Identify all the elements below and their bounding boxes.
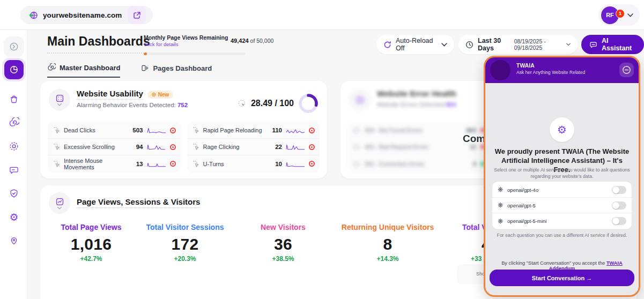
- metric-value: 8: [337, 235, 439, 253]
- row-label: 400 - Bad Request Errors: [365, 144, 465, 150]
- dashboard-tabs: Master Dashboard Pages Dashboard: [47, 63, 212, 78]
- click-cursor-icon: [53, 126, 60, 134]
- section-title: Page Views, Sessions & Visitors: [77, 197, 200, 208]
- error-row: 302 - Connection Errors 0: [348, 155, 490, 172]
- row-label: U-Turns: [203, 161, 272, 167]
- sidebar-item-feedback[interactable]: [4, 160, 24, 180]
- tab-master-dashboard[interactable]: Master Dashboard: [47, 63, 120, 78]
- row-value: 13: [136, 161, 143, 167]
- tab-pages-dashboard[interactable]: Pages Dashboard: [140, 63, 212, 78]
- ai-service-row-gpt-5-mini[interactable]: ❋ openai/gpt-5-mini: [492, 213, 632, 229]
- sparkline: [286, 127, 305, 133]
- usability-row[interactable]: Rage Clicking 22: [187, 139, 320, 155]
- sidebar-item-heatmaps[interactable]: [4, 230, 24, 251]
- metric-label: Total Visitor Sessions: [134, 223, 236, 231]
- click-cursor-icon: [53, 160, 60, 168]
- chevron-down-icon: [57, 207, 62, 210]
- new-badge: ◎New: [147, 91, 173, 99]
- usability-col-left: Dead Clicks 503 Excessive Scrolling 94 I…: [48, 122, 181, 173]
- click-cursor-icon: [192, 126, 199, 134]
- card-title: Website Error Health: [377, 89, 456, 99]
- record-icon[interactable]: [309, 128, 315, 133]
- metric-label: Total Page Views: [40, 223, 142, 231]
- ai-assistant-button[interactable]: AI Assistant: [581, 35, 644, 54]
- sidebar-item-privacy[interactable]: [4, 183, 24, 204]
- refresh-icon: [383, 41, 391, 49]
- usability-row[interactable]: Excessive Scrolling 94: [48, 139, 181, 155]
- user-menu[interactable]: RF 1: [598, 4, 640, 26]
- ai-service-row-gpt-4o[interactable]: ❋ openai/gpt-4o: [492, 182, 632, 198]
- score-donut: [298, 93, 319, 114]
- events-count: 752: [177, 102, 188, 108]
- openai-logo-icon: ❋: [498, 202, 503, 208]
- feedback-chat-icon: [9, 165, 19, 175]
- usability-row[interactable]: Intense Mouse Movements 13: [48, 155, 181, 172]
- click-cursor-icon: [192, 143, 199, 151]
- sparkline: [147, 144, 166, 150]
- metric-value: 36: [232, 235, 334, 253]
- sidebar-item-recordings[interactable]: [4, 136, 24, 156]
- record-icon[interactable]: [309, 144, 315, 150]
- sidebar-item-dashboards[interactable]: [2, 58, 26, 81]
- record-icon[interactable]: [170, 161, 176, 167]
- ai-service-row-gpt-5[interactable]: ❋ openai/gpt-5: [492, 198, 632, 213]
- minimize-button[interactable]: [619, 63, 634, 77]
- range-label: Last 30 Days: [478, 37, 510, 52]
- sidebar: ⚙: [0, 30, 28, 299]
- quota-total: of 50,000: [249, 38, 274, 44]
- circle-dot-icon: ◎: [152, 92, 156, 97]
- auto-reload-dropdown[interactable]: Auto-Reload Off: [376, 35, 454, 54]
- row-label: 404 - Not Found Errors: [365, 127, 462, 133]
- errors-total: 864: [446, 101, 456, 108]
- service-toggle[interactable]: [612, 217, 626, 225]
- card-title: Website Usability: [77, 89, 143, 100]
- record-icon[interactable]: [170, 128, 176, 133]
- usability-row[interactable]: Rapid Page Reloading 110: [187, 122, 320, 139]
- date-range-picker[interactable]: Last 30 Days 08/19/2025 - 09/18/2025: [458, 35, 578, 54]
- record-icon[interactable]: [309, 161, 315, 167]
- twaia-assistant-panel: TWAIA Ask her Anything Website Related ⚙…: [484, 56, 640, 297]
- row-label: Excessive Scrolling: [64, 144, 132, 150]
- click-cursor-icon: [192, 160, 199, 168]
- sparkline: [286, 144, 305, 150]
- row-label: Rapid Page Reloading: [203, 127, 269, 133]
- card-icon-button[interactable]: [49, 89, 70, 110]
- metric-delta: +42.7%: [40, 255, 142, 263]
- chevron-down-icon: [57, 103, 62, 106]
- usability-row[interactable]: U-Turns 10: [187, 155, 320, 172]
- twaia-tagline: Ask her Anything Website Related: [516, 70, 585, 75]
- sidebar-item-spiral[interactable]: [4, 113, 24, 133]
- metric-delta: +38.5%: [232, 255, 334, 263]
- start-conversation-button[interactable]: Start Conversation →: [490, 270, 634, 286]
- sparkline: [147, 127, 166, 133]
- sidebar-item-orders[interactable]: [4, 89, 24, 109]
- open-site-button[interactable]: [128, 6, 146, 24]
- row-value: 503: [132, 127, 143, 133]
- tab-label: Master Dashboard: [60, 64, 120, 72]
- service-toggle[interactable]: [612, 186, 626, 194]
- avatar: RF 1: [601, 6, 619, 24]
- ai-service-label: openai/gpt-4o: [507, 187, 608, 193]
- avatar-initials: RF: [606, 12, 614, 18]
- twaia-gear-badge: ⚙: [550, 117, 574, 142]
- auto-reload-label: Auto-Reload Off: [396, 37, 437, 52]
- sidebar-collapse-button[interactable]: [4, 36, 24, 57]
- row-value: 10: [275, 161, 282, 167]
- sidebar-item-settings[interactable]: ⚙: [4, 207, 24, 227]
- site-name: yourwebsitename.com: [43, 11, 122, 19]
- twaia-subtext: Select one or multiple AI services you w…: [494, 167, 630, 180]
- dashboard-pie-icon: [9, 64, 19, 75]
- card-icon-button[interactable]: [49, 192, 70, 214]
- card-icon-button: [349, 89, 371, 110]
- row-label: Rage Clicking: [203, 144, 272, 150]
- ai-service-list: ❋ openai/gpt-4o ❋ openai/gpt-5 ❋ openai/…: [492, 182, 632, 229]
- record-icon[interactable]: [170, 144, 176, 150]
- metric-value: 172: [134, 235, 236, 253]
- notification-badge: 1: [616, 9, 625, 18]
- usability-row[interactable]: Dead Clicks 503: [48, 122, 181, 139]
- openai-logo-icon: ❋: [498, 186, 503, 193]
- quota-progress-bar: [144, 53, 246, 55]
- ai-assistant-label: AI Assistant: [602, 37, 636, 52]
- row-value: 22: [275, 144, 282, 150]
- service-toggle[interactable]: [612, 201, 626, 210]
